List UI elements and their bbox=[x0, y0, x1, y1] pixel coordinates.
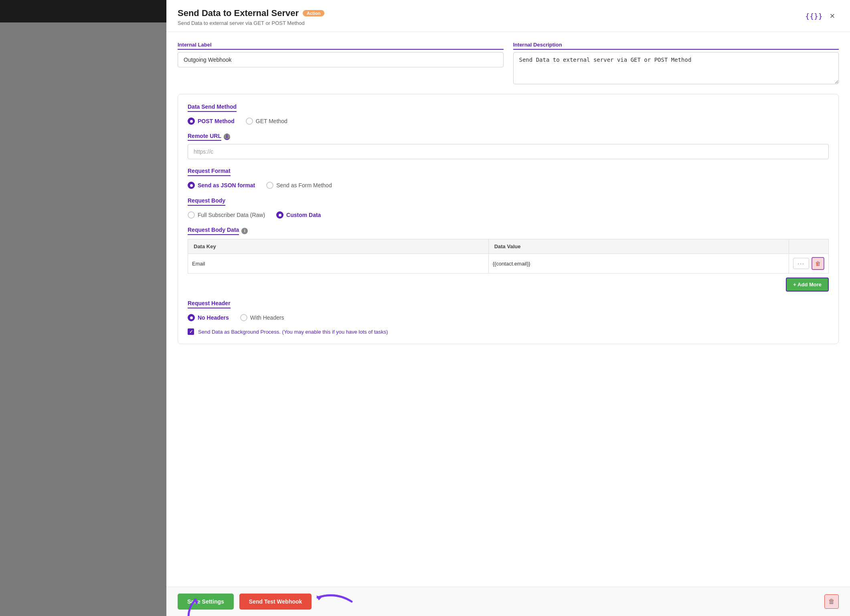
close-icon: × bbox=[830, 11, 835, 21]
request-header-radio-group: No Headers With Headers bbox=[188, 314, 829, 321]
radio-full-circle bbox=[188, 211, 195, 219]
remote-url-section: Remote URL i bbox=[188, 133, 829, 159]
internal-label-group: Internal Label bbox=[178, 42, 504, 84]
panel-footer: Save Settings Send Test Webhook 🗑 bbox=[166, 587, 850, 616]
radio-no-headers[interactable]: No Headers bbox=[188, 314, 229, 321]
sidebar-overlay bbox=[0, 0, 166, 616]
radio-custom-circle bbox=[276, 211, 283, 219]
radio-no-headers-label: No Headers bbox=[198, 314, 229, 321]
request-body-title: Request Body bbox=[188, 197, 225, 206]
add-more-button[interactable]: + Add More bbox=[786, 278, 829, 292]
data-send-method-title: Data Send Method bbox=[188, 103, 237, 112]
background-process-row: Send Data as Background Process. (You ma… bbox=[188, 328, 829, 335]
panel-subtitle: Send Data to external server via GET or … bbox=[178, 20, 324, 26]
close-button[interactable]: × bbox=[826, 10, 839, 22]
request-body-data-info-icon: i bbox=[241, 228, 248, 234]
data-send-method-radio-group: POST Method GET Method bbox=[188, 118, 829, 125]
radio-full-label: Full Subscriber Data (Raw) bbox=[198, 212, 265, 218]
radio-json[interactable]: Send as JSON format bbox=[188, 182, 255, 189]
footer-left: Save Settings Send Test Webhook bbox=[178, 594, 312, 610]
radio-get-circle bbox=[246, 118, 253, 125]
test-arrow bbox=[316, 588, 356, 612]
radio-post-circle bbox=[188, 118, 195, 125]
request-format-radio-group: Send as JSON format Send as Form Method bbox=[188, 182, 829, 189]
radio-form-circle bbox=[266, 182, 273, 189]
background-process-checkbox[interactable] bbox=[188, 328, 194, 335]
radio-with-headers-circle bbox=[240, 314, 247, 321]
main-panel: Send Data to External Server Action Send… bbox=[166, 0, 850, 616]
radio-no-headers-circle bbox=[188, 314, 195, 321]
internal-description-group: Internal Description Send Data to extern… bbox=[513, 42, 839, 84]
radio-with-headers[interactable]: With Headers bbox=[240, 314, 284, 321]
radio-full-subscriber[interactable]: Full Subscriber Data (Raw) bbox=[188, 211, 265, 219]
remote-url-label-text: Remote URL bbox=[188, 133, 221, 141]
header-right: {{}} × bbox=[808, 8, 839, 22]
background-process-label: Send Data as Background Process. (You ma… bbox=[198, 329, 388, 335]
radio-form-label: Send as Form Method bbox=[276, 182, 332, 188]
request-body-section: Request Body Full Subscriber Data (Raw) … bbox=[188, 197, 829, 219]
internal-description-label: Internal Description bbox=[513, 42, 839, 50]
top-fields: Internal Label Internal Description Send… bbox=[178, 42, 839, 84]
radio-json-label: Send as JSON format bbox=[198, 182, 255, 188]
key-input[interactable] bbox=[192, 261, 484, 267]
delete-row-button[interactable]: 🗑 bbox=[812, 257, 824, 270]
col-actions-header bbox=[789, 239, 829, 254]
radio-get[interactable]: GET Method bbox=[246, 118, 287, 125]
send-test-webhook-button[interactable]: Send Test Webhook bbox=[239, 594, 312, 610]
value-cell bbox=[488, 254, 789, 274]
data-send-method-section: Data Send Method POST Method GET Method bbox=[188, 103, 829, 125]
code-icon: {{}} bbox=[805, 12, 822, 20]
radio-post[interactable]: POST Method bbox=[188, 118, 235, 125]
header-left: Send Data to External Server Action Send… bbox=[178, 8, 324, 26]
code-icon-button[interactable]: {{}} bbox=[808, 10, 820, 22]
request-body-radio-group: Full Subscriber Data (Raw) Custom Data bbox=[188, 211, 829, 219]
request-format-section: Request Format Send as JSON format Send … bbox=[188, 167, 829, 189]
request-header-section: Request Header No Headers With Headers bbox=[188, 300, 829, 321]
panel-content: Internal Label Internal Description Send… bbox=[166, 32, 850, 587]
radio-form[interactable]: Send as Form Method bbox=[266, 182, 332, 189]
action-badge: Action bbox=[303, 10, 324, 16]
main-card: Data Send Method POST Method GET Method … bbox=[178, 94, 839, 344]
request-header-title: Request Header bbox=[188, 300, 231, 308]
radio-post-label: POST Method bbox=[198, 118, 235, 124]
radio-get-label: GET Method bbox=[256, 118, 287, 124]
delete-icon: 🗑 bbox=[828, 598, 835, 605]
key-cell bbox=[188, 254, 489, 274]
table-row: ··· 🗑 bbox=[188, 254, 829, 274]
action-cell: ··· 🗑 bbox=[789, 254, 829, 274]
internal-label-input[interactable] bbox=[178, 52, 504, 67]
dots-button[interactable]: ··· bbox=[793, 258, 809, 269]
panel-header: Send Data to External Server Action Send… bbox=[166, 0, 850, 32]
remote-url-info-icon: i bbox=[224, 134, 230, 140]
title-row: Send Data to External Server Action bbox=[178, 8, 324, 18]
value-input[interactable] bbox=[493, 261, 785, 267]
request-body-data-section: Request Body Data i Data Key Data Value bbox=[188, 227, 829, 292]
delete-button[interactable]: 🗑 bbox=[824, 594, 839, 609]
delete-row-icon: 🗑 bbox=[815, 260, 821, 267]
body-data-table: Data Key Data Value bbox=[188, 239, 829, 274]
radio-custom-data[interactable]: Custom Data bbox=[276, 211, 321, 219]
radio-json-circle bbox=[188, 182, 195, 189]
radio-with-headers-label: With Headers bbox=[250, 314, 284, 321]
radio-custom-label: Custom Data bbox=[286, 212, 321, 218]
col-value-header: Data Value bbox=[488, 239, 789, 254]
request-body-data-title: Request Body Data bbox=[188, 227, 239, 235]
remote-url-input[interactable] bbox=[188, 144, 829, 159]
add-more-row: + Add More bbox=[188, 274, 829, 292]
internal-description-input[interactable]: Send Data to external server via GET or … bbox=[513, 52, 839, 84]
row-actions: ··· 🗑 bbox=[793, 257, 824, 270]
request-format-title: Request Format bbox=[188, 168, 231, 176]
remote-url-label-row: Remote URL i bbox=[188, 133, 829, 141]
internal-label-label: Internal Label bbox=[178, 42, 504, 50]
save-settings-button[interactable]: Save Settings bbox=[178, 594, 234, 610]
col-key-header: Data Key bbox=[188, 239, 489, 254]
add-more-label: + Add More bbox=[793, 282, 822, 288]
panel-title: Send Data to External Server bbox=[178, 8, 299, 18]
svg-marker-1 bbox=[316, 596, 322, 600]
